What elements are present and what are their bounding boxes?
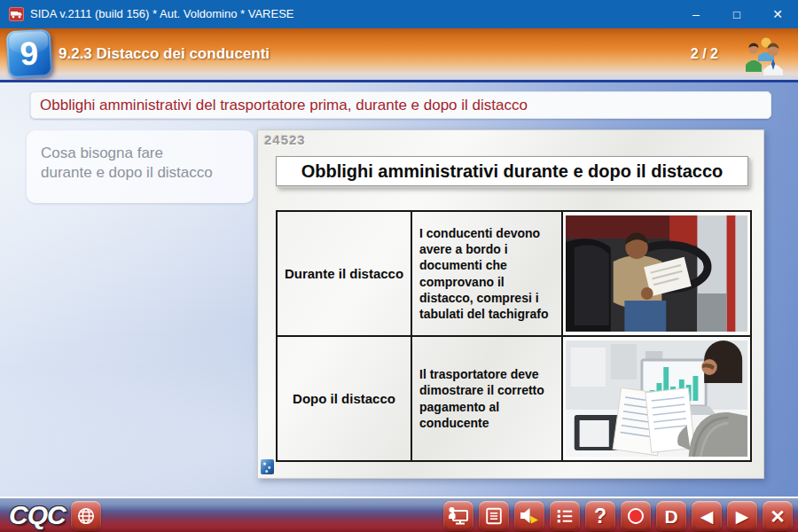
- table-row: Dopo il distacco Il trasportatore deve d…: [277, 336, 751, 461]
- list-index-icon: [555, 506, 575, 526]
- globe-button[interactable]: [71, 501, 101, 531]
- topic-banner: Obblighi amministrativi del trasportator…: [30, 91, 771, 119]
- woman-checking-payment-documents-photo: [562, 336, 751, 461]
- chapter-9-tile-icon: 9: [6, 29, 53, 79]
- next-icon: ▶: [736, 508, 749, 525]
- previous-button[interactable]: ◀: [692, 501, 722, 531]
- slide-number: 24523: [264, 132, 306, 147]
- row-text: I conducenti devono avere a bordo i docu…: [411, 211, 562, 336]
- toolbar-buttons: ? D ◀ ▶ ✕: [443, 501, 793, 531]
- main-area: Obblighi amministrativi del trasportator…: [0, 82, 798, 497]
- next-button[interactable]: ▶: [727, 501, 757, 531]
- lesson-title: 9.2.3 Distacco dei conducenti: [59, 28, 270, 80]
- bottom-toolbar: CQC: [0, 497, 798, 532]
- lesson-header: 9 9.2.3 Distacco dei conducenti 2 / 2: [0, 28, 798, 80]
- previous-icon: ◀: [700, 508, 714, 525]
- cqc-logo: CQC: [9, 500, 66, 530]
- truck-app-icon: [9, 7, 24, 21]
- document-button[interactable]: [479, 501, 509, 531]
- record-icon: [628, 508, 644, 524]
- exit-button[interactable]: ✕: [763, 501, 793, 531]
- classroom-people-icon: [743, 35, 787, 75]
- table-row: Durante il distacco I conducenti devono …: [277, 211, 751, 336]
- record-button[interactable]: [621, 501, 651, 531]
- exit-icon: ✕: [770, 507, 786, 526]
- truck-driver-reading-documents-photo: [562, 211, 751, 336]
- dictionary-icon: D: [664, 507, 677, 526]
- question-line-2: durante e dopo il distacco: [41, 163, 254, 183]
- dictionary-button[interactable]: D: [656, 501, 686, 531]
- document-icon: [484, 506, 504, 526]
- row-label: Durante il distacco: [277, 211, 411, 336]
- help-icon: ?: [594, 506, 606, 527]
- slide-title: Obblighi amministrativi durante e dopo i…: [276, 156, 748, 186]
- row-label: Dopo il distacco: [277, 336, 411, 461]
- help-button[interactable]: ?: [585, 501, 615, 531]
- presentation-button[interactable]: [443, 501, 473, 531]
- slide-panel: 24523 Obblighi amministrativi durante e …: [257, 129, 764, 479]
- globe-icon: [76, 506, 96, 526]
- titlebar: SIDA v.2111 (build 156) * Aut. Voldomino…: [0, 0, 798, 28]
- maximize-icon[interactable]: □: [716, 0, 757, 28]
- sida-app-window: SIDA v.2111 (build 156) * Aut. Voldomino…: [0, 0, 798, 532]
- page-indicator: 2 / 2: [691, 28, 718, 80]
- question-line-1: Cosa bisogna fare: [41, 144, 254, 163]
- window-title: SIDA v.2111 (build 156) * Aut. Voldomino…: [30, 0, 293, 28]
- sida-mini-logo: [261, 459, 274, 474]
- row-text: Il trasportatore deve dimostrare il corr…: [411, 336, 562, 461]
- obligations-table: Durante il distacco I conducenti devono …: [276, 210, 752, 462]
- audio-button[interactable]: [514, 501, 544, 531]
- question-box: Cosa bisogna fare durante e dopo il dist…: [27, 130, 254, 203]
- window-controls: – □ ✕: [676, 0, 798, 28]
- close-icon[interactable]: ✕: [757, 0, 798, 28]
- index-list-button[interactable]: [550, 501, 580, 531]
- presentation-screen-icon: [448, 506, 469, 526]
- minimize-icon[interactable]: –: [676, 0, 716, 28]
- speaker-audio-icon: [519, 506, 540, 526]
